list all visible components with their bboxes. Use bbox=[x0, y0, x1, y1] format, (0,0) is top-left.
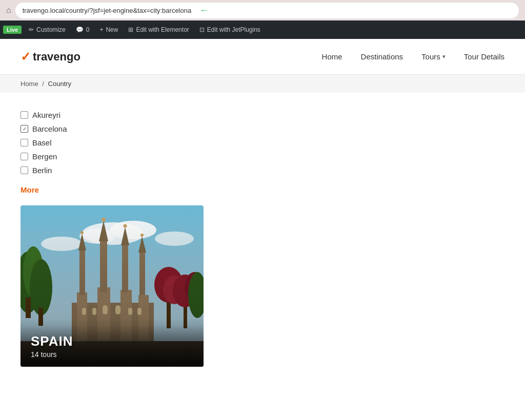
filter-label-barcelona: Barcelona bbox=[32, 124, 67, 133]
more-link[interactable]: More bbox=[21, 185, 504, 194]
nav-tour-details[interactable]: Tour Details bbox=[464, 52, 504, 61]
live-badge[interactable]: Live bbox=[3, 26, 22, 34]
breadcrumb-home[interactable]: Home bbox=[21, 80, 38, 88]
site-logo[interactable]: ✓ travengo bbox=[21, 50, 80, 64]
new-button[interactable]: + New bbox=[94, 20, 123, 39]
logo-text: travengo bbox=[33, 50, 80, 64]
main-content: Akureyri Barcelona Basel Bergen Berlin M… bbox=[0, 93, 525, 382]
card-image: SPAIN 14 tours bbox=[21, 205, 204, 367]
filter-item-berlin[interactable]: Berlin bbox=[21, 163, 504, 177]
url-bar[interactable]: travengo.local/country/?jsf=jet-engine&t… bbox=[15, 3, 519, 18]
card-overlay: SPAIN 14 tours bbox=[21, 325, 204, 367]
customize-button[interactable]: ✏ Customize bbox=[24, 20, 71, 39]
filter-item-barcelona[interactable]: Barcelona bbox=[21, 122, 504, 136]
destination-card-spain[interactable]: SPAIN 14 tours bbox=[21, 205, 204, 367]
nav-tours[interactable]: Tours ▾ bbox=[421, 52, 446, 61]
filter-item-basel[interactable]: Basel bbox=[21, 136, 504, 150]
logo-checkmark-icon: ✓ bbox=[21, 50, 31, 64]
filter-list: Akureyri Barcelona Basel Bergen Berlin bbox=[21, 108, 504, 177]
breadcrumb-current: Country bbox=[48, 80, 72, 88]
filter-item-akureyri[interactable]: Akureyri bbox=[21, 108, 504, 122]
browser-chrome: ⌂ travengo.local/country/?jsf=jet-engine… bbox=[0, 0, 525, 20]
elementor-icon: ⊞ bbox=[128, 26, 133, 33]
checkbox-berlin[interactable] bbox=[21, 166, 28, 174]
breadcrumb: Home / Country bbox=[0, 75, 525, 93]
nav-home[interactable]: Home bbox=[322, 52, 342, 61]
breadcrumb-separator: / bbox=[42, 80, 44, 88]
browser-home-icon[interactable]: ⌂ bbox=[6, 6, 11, 15]
chevron-down-icon: ▾ bbox=[442, 53, 446, 60]
comments-button[interactable]: 💬 0 bbox=[71, 20, 95, 39]
checkbox-barcelona[interactable] bbox=[21, 125, 28, 133]
site-nav: ✓ travengo Home Destinations Tours ▾ Tou… bbox=[0, 39, 525, 75]
checkbox-bergen[interactable] bbox=[21, 153, 28, 160]
nav-menu: Home Destinations Tours ▾ Tour Details bbox=[322, 52, 504, 61]
url-text: travengo.local/country/?jsf=jet-engine&t… bbox=[23, 7, 192, 14]
edit-elementor-button[interactable]: ⊞ Edit with Elementor bbox=[123, 20, 194, 39]
plus-icon: + bbox=[99, 26, 103, 33]
filter-item-bergen[interactable]: Bergen bbox=[21, 150, 504, 163]
nav-destinations[interactable]: Destinations bbox=[361, 52, 403, 61]
customize-icon: ✏ bbox=[29, 26, 34, 33]
filter-label-berlin: Berlin bbox=[32, 166, 52, 175]
edit-jetplugins-button[interactable]: ⊡ Edit with JetPlugins bbox=[194, 20, 266, 39]
checkbox-akureyri[interactable] bbox=[21, 111, 28, 119]
filter-label-akureyri: Akureyri bbox=[32, 111, 60, 119]
filter-label-bergen: Bergen bbox=[32, 152, 57, 161]
card-tours-count: 14 tours bbox=[31, 350, 193, 359]
card-country-title: SPAIN bbox=[31, 333, 193, 349]
wp-admin-bar: Live ✏ Customize 💬 0 + New ⊞ Edit with E… bbox=[0, 20, 525, 39]
comments-icon: 💬 bbox=[76, 26, 84, 33]
checkbox-basel[interactable] bbox=[21, 139, 28, 146]
jetplugins-icon: ⊡ bbox=[199, 26, 205, 33]
redirect-arrow-icon: ← bbox=[199, 5, 209, 16]
filter-label-basel: Basel bbox=[32, 138, 52, 147]
